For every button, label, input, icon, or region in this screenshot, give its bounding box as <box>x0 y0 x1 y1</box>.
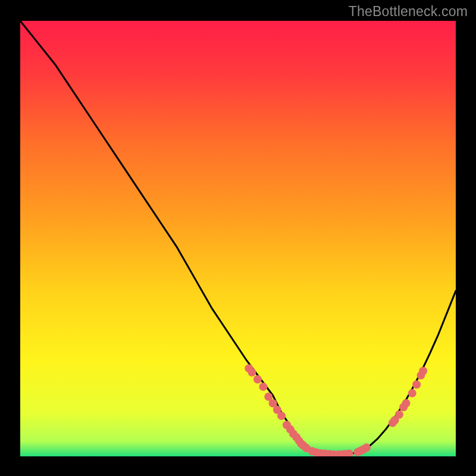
data-marker <box>277 412 286 420</box>
data-marker <box>402 399 411 408</box>
data-marker <box>395 411 403 419</box>
plot-area <box>20 21 456 456</box>
gradient-background <box>20 21 456 456</box>
watermark-text: TheBottleneck.com <box>349 4 468 20</box>
data-marker <box>362 443 371 452</box>
data-marker <box>253 375 262 383</box>
plot-svg <box>20 21 456 456</box>
chart-stage: TheBottleneck.com <box>0 0 476 476</box>
data-marker <box>419 367 427 375</box>
data-marker <box>248 368 256 377</box>
data-marker <box>412 380 421 389</box>
data-marker <box>259 383 267 391</box>
data-marker <box>408 389 416 397</box>
